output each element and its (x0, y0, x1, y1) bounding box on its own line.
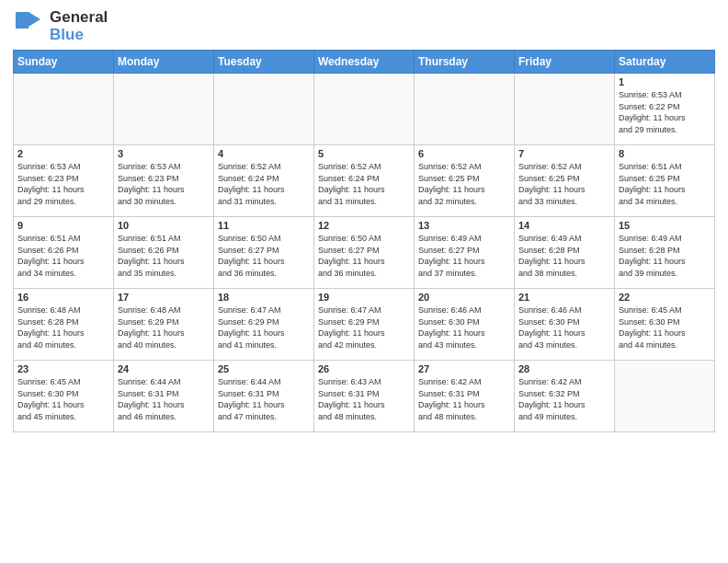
calendar-cell: 5Sunrise: 6:52 AM Sunset: 6:24 PM Daylig… (314, 145, 415, 217)
day-info: Sunrise: 6:52 AM Sunset: 6:24 PM Dayligh… (218, 161, 310, 207)
day-info: Sunrise: 6:51 AM Sunset: 6:25 PM Dayligh… (619, 161, 711, 207)
calendar-cell: 1Sunrise: 6:53 AM Sunset: 6:22 PM Daylig… (615, 74, 715, 145)
calendar-cell: 13Sunrise: 6:49 AM Sunset: 6:27 PM Dayli… (415, 217, 515, 289)
col-sunday: Sunday (14, 51, 114, 74)
calendar-cell: 21Sunrise: 6:46 AM Sunset: 6:30 PM Dayli… (515, 289, 615, 361)
day-number: 15 (619, 220, 711, 231)
day-info: Sunrise: 6:52 AM Sunset: 6:24 PM Dayligh… (318, 161, 410, 207)
day-number: 24 (118, 363, 210, 374)
calendar-table: Sunday Monday Tuesday Wednesday Thursday… (13, 50, 715, 432)
day-number: 17 (118, 292, 210, 303)
day-number: 6 (418, 148, 510, 159)
col-tuesday: Tuesday (214, 51, 314, 74)
calendar-header-row: Sunday Monday Tuesday Wednesday Thursday… (14, 51, 715, 74)
calendar-cell: 25Sunrise: 6:44 AM Sunset: 6:31 PM Dayli… (214, 361, 314, 432)
calendar-cell (214, 74, 314, 145)
calendar-cell: 16Sunrise: 6:48 AM Sunset: 6:28 PM Dayli… (14, 289, 114, 361)
calendar-cell: 20Sunrise: 6:46 AM Sunset: 6:30 PM Dayli… (415, 289, 515, 361)
logo-blue-text: Blue (50, 26, 84, 43)
day-info: Sunrise: 6:47 AM Sunset: 6:29 PM Dayligh… (318, 304, 410, 350)
day-info: Sunrise: 6:53 AM Sunset: 6:23 PM Dayligh… (17, 161, 109, 207)
day-info: Sunrise: 6:45 AM Sunset: 6:30 PM Dayligh… (17, 376, 109, 422)
calendar-cell: 12Sunrise: 6:50 AM Sunset: 6:27 PM Dayli… (314, 217, 415, 289)
day-number: 9 (17, 220, 109, 231)
calendar-cell: 27Sunrise: 6:42 AM Sunset: 6:31 PM Dayli… (415, 361, 515, 432)
col-friday: Friday (515, 51, 615, 74)
calendar-cell: 6Sunrise: 6:52 AM Sunset: 6:25 PM Daylig… (415, 145, 515, 217)
calendar-cell: 4Sunrise: 6:52 AM Sunset: 6:24 PM Daylig… (214, 145, 314, 217)
calendar-cell: 10Sunrise: 6:51 AM Sunset: 6:26 PM Dayli… (114, 217, 214, 289)
logo-general-text: General (50, 8, 108, 26)
page: General Blue Sunday Monday Tuesday Wedne… (0, 0, 728, 563)
day-number: 18 (218, 292, 310, 303)
calendar-cell (615, 361, 715, 432)
calendar-cell: 14Sunrise: 6:49 AM Sunset: 6:28 PM Dayli… (515, 217, 615, 289)
calendar-week-row: 16Sunrise: 6:48 AM Sunset: 6:28 PM Dayli… (14, 289, 715, 361)
calendar-cell: 11Sunrise: 6:50 AM Sunset: 6:27 PM Dayli… (214, 217, 314, 289)
day-number: 3 (118, 148, 210, 159)
day-info: Sunrise: 6:42 AM Sunset: 6:32 PM Dayligh… (518, 376, 610, 422)
day-info: Sunrise: 6:50 AM Sunset: 6:27 PM Dayligh… (218, 233, 310, 279)
day-info: Sunrise: 6:52 AM Sunset: 6:25 PM Dayligh… (518, 161, 610, 207)
calendar-cell: 28Sunrise: 6:42 AM Sunset: 6:32 PM Dayli… (515, 361, 615, 432)
day-number: 2 (17, 148, 109, 159)
header: General Blue (13, 9, 715, 44)
calendar-cell (114, 74, 214, 145)
calendar-week-row: 23Sunrise: 6:45 AM Sunset: 6:30 PM Dayli… (14, 361, 715, 432)
col-thursday: Thursday (415, 51, 515, 74)
day-number: 21 (518, 292, 610, 303)
day-info: Sunrise: 6:42 AM Sunset: 6:31 PM Dayligh… (418, 376, 510, 422)
col-wednesday: Wednesday (314, 51, 415, 74)
calendar-cell (314, 74, 415, 145)
day-number: 25 (218, 363, 310, 374)
day-number: 1 (619, 76, 711, 87)
day-info: Sunrise: 6:53 AM Sunset: 6:23 PM Dayligh… (118, 161, 210, 207)
day-number: 14 (518, 220, 610, 231)
day-info: Sunrise: 6:49 AM Sunset: 6:27 PM Dayligh… (418, 233, 510, 279)
calendar-cell: 2Sunrise: 6:53 AM Sunset: 6:23 PM Daylig… (14, 145, 114, 217)
day-info: Sunrise: 6:43 AM Sunset: 6:31 PM Dayligh… (318, 376, 410, 422)
day-number: 22 (619, 292, 711, 303)
calendar-cell: 7Sunrise: 6:52 AM Sunset: 6:25 PM Daylig… (515, 145, 615, 217)
logo: General Blue (13, 9, 108, 44)
calendar-week-row: 2Sunrise: 6:53 AM Sunset: 6:23 PM Daylig… (14, 145, 715, 217)
calendar-cell: 18Sunrise: 6:47 AM Sunset: 6:29 PM Dayli… (214, 289, 314, 361)
col-monday: Monday (114, 51, 214, 74)
day-number: 20 (418, 292, 510, 303)
calendar-cell: 24Sunrise: 6:44 AM Sunset: 6:31 PM Dayli… (114, 361, 214, 432)
day-info: Sunrise: 6:53 AM Sunset: 6:22 PM Dayligh… (619, 89, 711, 135)
day-info: Sunrise: 6:52 AM Sunset: 6:25 PM Dayligh… (418, 161, 510, 207)
day-number: 28 (518, 363, 610, 374)
day-number: 16 (17, 292, 109, 303)
day-info: Sunrise: 6:46 AM Sunset: 6:30 PM Dayligh… (418, 304, 510, 350)
calendar-cell: 9Sunrise: 6:51 AM Sunset: 6:26 PM Daylig… (14, 217, 114, 289)
day-number: 26 (318, 363, 410, 374)
logo-svg (13, 9, 48, 44)
day-number: 4 (218, 148, 310, 159)
col-saturday: Saturday (615, 51, 715, 74)
day-number: 12 (318, 220, 410, 231)
day-number: 23 (17, 363, 109, 374)
day-info: Sunrise: 6:51 AM Sunset: 6:26 PM Dayligh… (17, 233, 109, 279)
calendar-cell (415, 74, 515, 145)
calendar-cell: 8Sunrise: 6:51 AM Sunset: 6:25 PM Daylig… (615, 145, 715, 217)
calendar-week-row: 1Sunrise: 6:53 AM Sunset: 6:22 PM Daylig… (14, 74, 715, 145)
day-number: 13 (418, 220, 510, 231)
calendar-week-row: 9Sunrise: 6:51 AM Sunset: 6:26 PM Daylig… (14, 217, 715, 289)
day-number: 5 (318, 148, 410, 159)
day-info: Sunrise: 6:51 AM Sunset: 6:26 PM Dayligh… (118, 233, 210, 279)
calendar-cell: 19Sunrise: 6:47 AM Sunset: 6:29 PM Dayli… (314, 289, 415, 361)
day-info: Sunrise: 6:49 AM Sunset: 6:28 PM Dayligh… (619, 233, 711, 279)
day-info: Sunrise: 6:50 AM Sunset: 6:27 PM Dayligh… (318, 233, 410, 279)
calendar-cell (14, 74, 114, 145)
calendar-cell: 26Sunrise: 6:43 AM Sunset: 6:31 PM Dayli… (314, 361, 415, 432)
day-number: 7 (518, 148, 610, 159)
day-info: Sunrise: 6:44 AM Sunset: 6:31 PM Dayligh… (118, 376, 210, 422)
calendar-cell: 22Sunrise: 6:45 AM Sunset: 6:30 PM Dayli… (615, 289, 715, 361)
calendar-cell: 17Sunrise: 6:48 AM Sunset: 6:29 PM Dayli… (114, 289, 214, 361)
day-info: Sunrise: 6:47 AM Sunset: 6:29 PM Dayligh… (218, 304, 310, 350)
day-number: 8 (619, 148, 711, 159)
day-number: 27 (418, 363, 510, 374)
calendar-cell: 3Sunrise: 6:53 AM Sunset: 6:23 PM Daylig… (114, 145, 214, 217)
day-number: 19 (318, 292, 410, 303)
